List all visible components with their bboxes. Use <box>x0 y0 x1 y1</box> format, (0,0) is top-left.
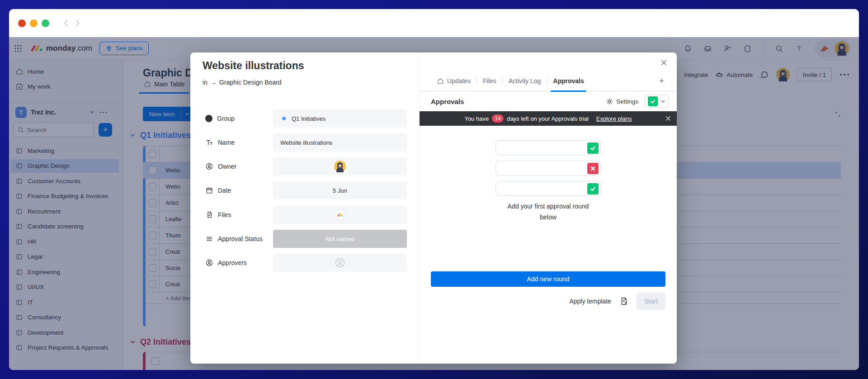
sidebar-item-engineering[interactable]: Engineering <box>11 265 119 279</box>
item-name[interactable]: Thum <box>165 232 180 239</box>
field-label: Date <box>218 187 231 194</box>
select-all-checkbox[interactable] <box>149 150 156 158</box>
sidebar-item-customer-accounts[interactable]: Customer Accounts <box>11 174 119 188</box>
search-input[interactable] <box>27 127 77 133</box>
add-board-button[interactable]: + <box>99 123 112 137</box>
tab-files[interactable]: Files <box>477 71 502 91</box>
sidebar-item-project-requests[interactable]: Project Requests & Approvals <box>11 341 119 355</box>
item-title[interactable]: Website illustrations <box>203 60 304 72</box>
inbox-icon[interactable] <box>703 44 712 53</box>
add-tab-button[interactable]: + <box>659 76 664 86</box>
row-checkbox[interactable] <box>151 357 159 365</box>
invite-button[interactable]: Invite / 1 <box>797 68 832 81</box>
search-icon[interactable] <box>775 44 783 53</box>
sidebar-item-graphic-design[interactable]: Graphic Design <box>11 159 119 173</box>
back-icon[interactable] <box>63 19 69 27</box>
sidebar-item-recruitment[interactable]: Recruitment <box>11 204 119 218</box>
template-icon[interactable] <box>619 297 628 306</box>
sidebar-item-marketing[interactable]: Marketing <box>11 144 119 157</box>
help-icon[interactable] <box>795 44 803 53</box>
sidebar-item-finance-budgeting[interactable]: Finance Budgeting & Invoices <box>11 190 119 203</box>
new-item-button[interactable]: New item <box>143 107 193 121</box>
item-name[interactable]: Webs <box>165 167 180 174</box>
sidebar-item-consultancy[interactable]: Consultancy <box>11 311 119 324</box>
tab-activity-log[interactable]: Activity Log <box>503 71 547 91</box>
sidebar-item-hr[interactable]: HR <box>11 235 119 248</box>
sidebar-search[interactable] <box>13 123 94 137</box>
row-checkbox[interactable] <box>149 248 156 256</box>
item-name[interactable]: Leafle <box>165 216 181 223</box>
add-new-round-button[interactable]: Add new round <box>431 271 665 287</box>
tab-approvals[interactable]: Approvals <box>547 71 590 91</box>
files-value[interactable] <box>273 206 407 224</box>
item-name[interactable]: Articl <box>165 199 179 206</box>
row-checkbox[interactable] <box>149 232 156 239</box>
board-more-icon[interactable] <box>839 73 850 76</box>
integrate-button[interactable]: Integrate <box>682 71 708 78</box>
settings-button[interactable]: Settings <box>606 98 638 105</box>
item-name[interactable]: Socia <box>165 265 180 271</box>
workspace-switcher[interactable]: T Trez Inc. <box>11 105 119 119</box>
collapse-group-icon[interactable] <box>130 133 136 138</box>
tab-label: Updates <box>447 77 471 85</box>
row-checkbox[interactable] <box>149 215 156 223</box>
notifications-bell-icon[interactable] <box>684 44 692 53</box>
tab-main-table[interactable]: Main Table <box>139 81 189 94</box>
close-banner-icon[interactable] <box>665 115 671 122</box>
forward-icon[interactable] <box>75 19 80 27</box>
explore-plans-link[interactable]: Explore plans <box>596 115 632 122</box>
chevron-down-icon[interactable] <box>660 99 665 104</box>
group-q1-title[interactable]: Q1 Initiatives <box>140 131 191 140</box>
automate-button[interactable]: Automate <box>715 71 753 79</box>
approvers-value[interactable] <box>273 254 407 272</box>
row-checkbox[interactable] <box>149 166 156 174</box>
product-switcher[interactable] <box>815 39 851 57</box>
monday-file-icon[interactable] <box>335 209 344 220</box>
board-label: Project Requests & Approvals <box>28 344 108 351</box>
sidebar-item-my-work[interactable]: My work <box>11 80 119 93</box>
expand-table-button[interactable] <box>832 108 844 120</box>
apps-grid-icon[interactable] <box>14 44 23 53</box>
board-owner-avatar[interactable] <box>776 68 790 81</box>
chevron-down-icon[interactable] <box>89 109 94 115</box>
item-name[interactable]: Creat <box>165 281 180 288</box>
date-value[interactable]: 5 Jun <box>273 181 407 199</box>
maximize-window-button[interactable] <box>42 19 49 27</box>
owner-value[interactable] <box>273 157 407 175</box>
sidebar-item-uiux[interactable]: UI/UX <box>11 280 119 294</box>
board-toolbar: Integrate Automate Invite / 1 <box>682 67 850 82</box>
chat-icon[interactable] <box>760 70 769 79</box>
see-plans-button[interactable]: See plans <box>99 42 149 55</box>
item-name[interactable]: Creat <box>165 248 180 255</box>
name-value[interactable]: Website illustrations <box>273 133 407 152</box>
sidebar-item-home[interactable]: Home <box>11 65 119 78</box>
approvals-heading: Approvals <box>431 98 464 105</box>
marketplace-icon[interactable] <box>743 44 752 53</box>
settings-label: Settings <box>616 98 638 105</box>
collapse-group-icon[interactable] <box>130 339 136 345</box>
field-label: Approvers <box>218 259 247 266</box>
approval-status-badge[interactable]: Not started <box>273 230 407 248</box>
sidebar-item-legal[interactable]: Legal <box>11 250 119 264</box>
breadcrumb-board-link[interactable]: Graphic Design Board <box>219 79 282 86</box>
sidebar-item-development[interactable]: Development <box>11 326 119 339</box>
row-checkbox[interactable] <box>149 199 156 207</box>
workspace-more-icon[interactable] <box>99 111 108 114</box>
sidebar-item-it[interactable]: IT <box>11 295 119 309</box>
group-value[interactable]: Q1 Initiatives <box>273 109 407 128</box>
apply-template-button[interactable]: Apply template <box>569 298 611 305</box>
item-name[interactable]: Webs <box>165 183 180 190</box>
approval-type-selector[interactable] <box>645 95 669 108</box>
group-q2-title[interactable]: Q2 Initiatives <box>140 337 191 347</box>
invite-members-icon[interactable] <box>723 44 732 53</box>
row-checkbox[interactable] <box>149 183 156 190</box>
close-window-button[interactable] <box>18 19 26 27</box>
user-avatar[interactable] <box>835 41 849 56</box>
tab-updates[interactable]: Updates <box>431 71 476 91</box>
minimize-window-button[interactable] <box>30 19 38 27</box>
row-checkbox[interactable] <box>149 280 156 288</box>
chevron-down-icon[interactable] <box>185 112 190 117</box>
start-button[interactable]: Start <box>637 293 665 310</box>
sidebar-item-candidate-screening[interactable]: Candidate screening <box>11 220 119 233</box>
row-checkbox[interactable] <box>149 264 156 272</box>
